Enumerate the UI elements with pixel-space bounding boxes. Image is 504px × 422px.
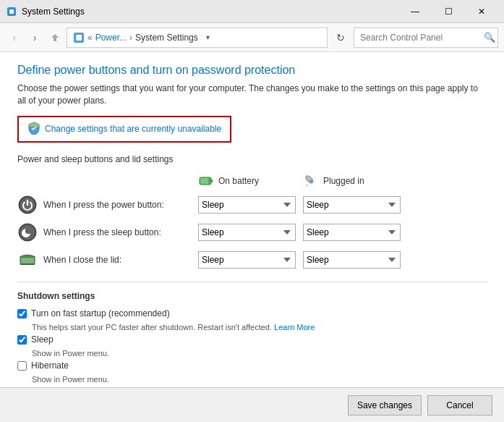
- close-button[interactable]: ✕: [465, 0, 498, 23]
- power-button-text: When I press the power button:: [43, 200, 164, 210]
- power-button-icon: [17, 195, 38, 215]
- lid-label: When I close the lid:: [17, 250, 198, 270]
- app-icon: [6, 6, 17, 17]
- breadcrumb-current: System Settings: [135, 33, 198, 43]
- battery-icon: [198, 173, 214, 189]
- sleep-button-icon: [17, 222, 38, 242]
- table-header: On battery Plugged in: [17, 173, 487, 189]
- page-title: Define power buttons and turn on passwor…: [17, 64, 487, 77]
- search-wrapper: 🔍: [354, 28, 498, 48]
- save-button[interactable]: Save changes: [348, 395, 422, 415]
- page-description: Choose the power settings that you want …: [17, 83, 487, 107]
- lid-on-battery-cell: Sleep Do nothing Hibernate Shut down Tur…: [198, 251, 303, 269]
- fast-startup-checkbox[interactable]: [17, 309, 27, 318]
- cancel-button[interactable]: Cancel: [427, 395, 492, 415]
- hibernate-desc: Show in Power menu.: [32, 375, 487, 384]
- breadcrumb-power[interactable]: Power...: [95, 33, 127, 43]
- title-bar: System Settings — ☐ ✕: [0, 0, 504, 23]
- shutdown-section-label: Shutdown settings: [17, 291, 487, 301]
- lid-icon: [17, 250, 38, 270]
- hibernate-item: Hibernate: [17, 360, 487, 371]
- learn-more-link[interactable]: Learn More: [274, 323, 315, 332]
- search-icon-button[interactable]: 🔍: [484, 32, 495, 43]
- table-row: When I press the power button: Sleep Do …: [17, 195, 487, 215]
- on-battery-label: On battery: [218, 176, 259, 186]
- search-input[interactable]: [354, 28, 498, 48]
- fast-startup-desc: This helps start your PC faster after sh…: [32, 323, 487, 332]
- on-battery-header: On battery: [198, 173, 303, 189]
- table-row: When I press the sleep button: Sleep Do …: [17, 222, 487, 242]
- minimize-button[interactable]: —: [398, 0, 432, 23]
- svg-rect-15: [21, 258, 34, 263]
- power-plugged-in-cell: Sleep Do nothing Hibernate Shut down Tur…: [303, 196, 408, 214]
- section-divider: [17, 282, 487, 282]
- sleep-shutdown-desc: Show in Power menu.: [32, 349, 487, 358]
- back-button[interactable]: ‹: [6, 29, 23, 46]
- power-on-battery-cell: Sleep Do nothing Hibernate Shut down Tur…: [198, 196, 303, 214]
- refresh-button[interactable]: ↻: [330, 28, 351, 48]
- hibernate-label: Hibernate: [31, 360, 69, 371]
- svg-rect-16: [20, 263, 35, 265]
- sleep-plugged-in-cell: Sleep Do nothing Hibernate Shut down Tur…: [303, 224, 408, 241]
- change-settings-button[interactable]: Change settings that are currently unava…: [17, 116, 231, 143]
- svg-rect-1: [9, 9, 14, 14]
- footer: Save changes Cancel: [0, 387, 504, 422]
- plugged-in-label: Plugged in: [323, 176, 364, 186]
- power-button-label: When I press the power button:: [17, 195, 198, 215]
- breadcrumb-dropdown[interactable]: ▾: [201, 28, 215, 48]
- hibernate-checkbox[interactable]: [17, 361, 27, 371]
- up-button[interactable]: [46, 29, 64, 46]
- main-content: Define power buttons and turn on passwor…: [0, 52, 504, 387]
- sleep-item: Sleep: [17, 334, 487, 345]
- sleep-plugged-in-select[interactable]: Sleep Do nothing Hibernate Shut down Tur…: [303, 224, 401, 241]
- svg-rect-5: [211, 180, 213, 182]
- breadcrumb: « Power... › System Settings ▾: [67, 28, 328, 48]
- svg-rect-3: [76, 35, 82, 41]
- svg-rect-6: [200, 178, 208, 184]
- lid-plugged-in-cell: Sleep Do nothing Hibernate Shut down Tur…: [303, 251, 408, 269]
- sleep-on-battery-cell: Sleep Do nothing Hibernate Shut down Tur…: [198, 224, 303, 241]
- change-settings-label: Change settings that are currently unava…: [45, 124, 221, 134]
- shield-icon: [27, 122, 40, 137]
- lock-label: Lock: [31, 387, 49, 387]
- power-plugged-in-select[interactable]: Sleep Do nothing Hibernate Shut down Tur…: [303, 196, 401, 214]
- sleep-button-label: When I press the sleep button:: [17, 222, 198, 242]
- window-controls: — ☐ ✕: [398, 0, 498, 23]
- address-bar: ‹ › « Power... › System Settings ▾ ↻ 🔍: [0, 23, 504, 52]
- rocket-icon: [303, 173, 319, 189]
- window-title: System Settings: [22, 7, 398, 17]
- settings-table: On battery Plugged in: [17, 173, 487, 270]
- lid-text: When I close the lid:: [43, 255, 121, 265]
- forward-button[interactable]: ›: [26, 29, 43, 46]
- lid-on-battery-select[interactable]: Sleep Do nothing Hibernate Shut down Tur…: [198, 251, 296, 269]
- lid-plugged-in-select[interactable]: Sleep Do nothing Hibernate Shut down Tur…: [303, 251, 401, 269]
- power-section-label: Power and sleep buttons and lid settings: [17, 154, 487, 167]
- breadcrumb-icon: [73, 32, 85, 43]
- plugged-in-header: Plugged in: [303, 173, 408, 189]
- sleep-shutdown-label: Sleep: [31, 334, 54, 345]
- breadcrumb-separator: ›: [129, 33, 132, 43]
- fast-startup-item: Turn on fast startup (recommended): [17, 308, 487, 318]
- power-on-battery-select[interactable]: Sleep Do nothing Hibernate Shut down Tur…: [198, 196, 296, 214]
- sleep-on-battery-select[interactable]: Sleep Do nothing Hibernate Shut down Tur…: [198, 224, 296, 241]
- maximize-button[interactable]: ☐: [432, 0, 465, 23]
- fast-startup-label: Turn on fast startup (recommended): [31, 308, 170, 318]
- table-row: When I close the lid: Sleep Do nothing H…: [17, 250, 487, 270]
- sleep-button-text: When I press the sleep button:: [43, 227, 161, 237]
- sleep-shutdown-checkbox[interactable]: [17, 335, 27, 345]
- shutdown-section: Shutdown settings Turn on fast startup (…: [17, 291, 487, 387]
